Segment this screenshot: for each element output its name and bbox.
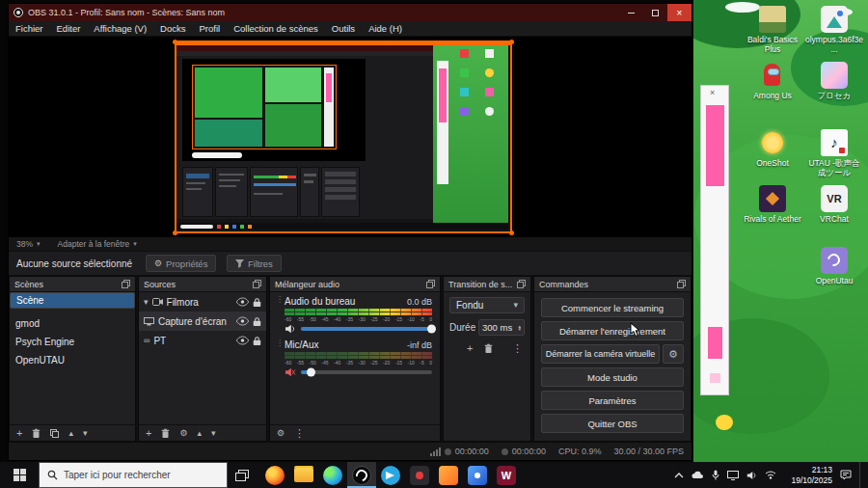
menu-aide[interactable]: Aide (H) bbox=[362, 23, 409, 34]
menu-fichier[interactable]: Fichier bbox=[9, 23, 50, 34]
taskbar-app-edge[interactable] bbox=[318, 462, 347, 488]
move-up-icon[interactable]: ▴ bbox=[198, 429, 203, 438]
taskbar-clock[interactable]: 21:13 19/10/2025 bbox=[784, 465, 832, 485]
slider-knob[interactable] bbox=[427, 325, 436, 334]
screen-capture-source[interactable] bbox=[175, 41, 512, 233]
side-window[interactable]: × bbox=[700, 85, 729, 395]
desktop-icon-among-us[interactable]: Among Us bbox=[744, 62, 801, 101]
source-item[interactable]: ▾ Filmora bbox=[139, 292, 266, 312]
desktop-icon-oneshot[interactable]: OneShot bbox=[744, 129, 801, 169]
properties-button[interactable]: ⚙ Propriétés bbox=[146, 255, 216, 272]
taskbar-app-telegram[interactable] bbox=[376, 462, 405, 488]
start-button[interactable] bbox=[0, 462, 39, 488]
taskbar-app-icon-8[interactable] bbox=[463, 462, 492, 488]
source-item[interactable]: ∞ PT bbox=[139, 331, 266, 350]
start-recording-button[interactable]: Démarrer l'enregistrement bbox=[541, 321, 684, 340]
advanced-audio-gear-icon[interactable]: ⚙ bbox=[277, 429, 285, 438]
lock-icon[interactable] bbox=[253, 336, 261, 346]
desktop-icon-rivals-of-aether[interactable]: Rivals of Aether bbox=[744, 185, 801, 225]
microphone-icon[interactable] bbox=[712, 470, 719, 480]
selection-handle[interactable] bbox=[509, 230, 514, 235]
desktop-icon-baldis-basics[interactable]: Baldi's Basics Plus bbox=[744, 6, 801, 55]
lock-icon[interactable] bbox=[253, 297, 261, 308]
speaker-muted-icon[interactable] bbox=[285, 367, 296, 377]
source-item[interactable]: Capture d'écran bbox=[139, 312, 266, 331]
show-desktop-button[interactable] bbox=[859, 462, 863, 488]
task-view-button[interactable] bbox=[228, 462, 257, 488]
scene-item[interactable]: Scène bbox=[10, 292, 135, 309]
start-virtual-camera-button[interactable]: Démarrer la caméra virtuelle bbox=[541, 344, 660, 364]
transition-select[interactable]: Fondu ▾ bbox=[449, 297, 525, 313]
desktop-icon-openutau[interactable]: OpenUtau bbox=[805, 247, 863, 286]
network-wifi-icon[interactable] bbox=[765, 471, 776, 479]
lock-icon[interactable] bbox=[253, 316, 261, 327]
slider-knob[interactable] bbox=[307, 368, 315, 377]
quit-obs-button[interactable]: Quitter OBS bbox=[541, 414, 684, 433]
desktop-icon-utau[interactable]: ♪ UTAU -歌声合成ツール bbox=[805, 129, 863, 178]
studio-mode-button[interactable]: Mode studio bbox=[541, 367, 684, 387]
popout-icon[interactable] bbox=[253, 280, 261, 288]
maximize-button[interactable] bbox=[643, 4, 667, 21]
minimize-button[interactable] bbox=[619, 4, 643, 21]
mixer-menu-dots-icon[interactable]: ⋮ bbox=[294, 428, 305, 439]
virtual-camera-gear-icon[interactable]: ⚙ bbox=[663, 344, 684, 364]
add-transition-icon[interactable]: + bbox=[467, 343, 473, 354]
zoom-level[interactable]: 38% bbox=[16, 239, 33, 249]
scene-filters-icon[interactable] bbox=[50, 429, 59, 438]
onedrive-cloud-icon[interactable] bbox=[692, 471, 704, 479]
remove-transition-icon[interactable] bbox=[484, 343, 493, 354]
notification-center-icon[interactable] bbox=[840, 470, 852, 480]
menu-profil[interactable]: Profil bbox=[193, 23, 228, 34]
desktop-icon-project-sekai[interactable]: プロセカ bbox=[805, 62, 863, 101]
add-source-icon[interactable]: + bbox=[146, 428, 151, 439]
close-button[interactable]: × bbox=[667, 4, 692, 21]
spin-down-icon[interactable]: ▾ bbox=[518, 328, 521, 331]
scene-item[interactable]: gmod bbox=[10, 314, 135, 333]
add-scene-icon[interactable]: + bbox=[16, 428, 22, 439]
remove-scene-icon[interactable] bbox=[32, 428, 41, 439]
remove-source-icon[interactable] bbox=[161, 428, 170, 439]
start-streaming-button[interactable]: Commencer le streaming bbox=[541, 298, 684, 317]
popout-icon[interactable] bbox=[122, 280, 130, 288]
expand-icon[interactable]: ▾ bbox=[144, 298, 149, 307]
close-icon[interactable]: × bbox=[710, 88, 715, 97]
volume-slider[interactable] bbox=[301, 370, 432, 374]
volume-slider[interactable] bbox=[301, 327, 432, 331]
move-up-icon[interactable]: ▴ bbox=[68, 429, 73, 438]
visibility-eye-icon[interactable] bbox=[236, 316, 249, 326]
selection-handle[interactable] bbox=[509, 40, 514, 44]
visibility-eye-icon[interactable] bbox=[236, 297, 249, 307]
visibility-eye-icon[interactable] bbox=[236, 336, 249, 345]
drag-handle-icon[interactable]: ⋮ bbox=[276, 296, 285, 334]
move-down-icon[interactable]: ▾ bbox=[83, 429, 88, 438]
zoom-fit-mode[interactable]: Adapter à la fenêtre bbox=[58, 239, 130, 249]
duration-value[interactable]: 300 ms bbox=[482, 322, 512, 333]
speaker-icon[interactable] bbox=[285, 324, 296, 334]
scene-item[interactable]: OpenUTAU bbox=[10, 351, 135, 369]
tray-chevron-up-icon[interactable] bbox=[674, 472, 684, 478]
menu-affichage[interactable]: Affichage (V) bbox=[87, 23, 153, 34]
move-down-icon[interactable]: ▾ bbox=[211, 429, 216, 438]
filters-button[interactable]: Filtres bbox=[227, 255, 282, 272]
taskbar-app-icon-7[interactable] bbox=[434, 462, 463, 488]
duration-spinbox[interactable]: 300 ms ▴ ▾ bbox=[478, 319, 525, 336]
menu-outils[interactable]: Outils bbox=[325, 23, 362, 34]
desktop-icon-vrchat[interactable]: VR VRChat bbox=[805, 185, 863, 225]
taskbar-search[interactable] bbox=[39, 462, 228, 488]
taskbar-app-obs[interactable] bbox=[347, 462, 376, 488]
taskbar-app-file-explorer[interactable] bbox=[289, 462, 318, 488]
search-input[interactable] bbox=[64, 470, 208, 480]
popout-icon[interactable] bbox=[517, 280, 526, 288]
settings-button[interactable]: Paramètres bbox=[541, 391, 684, 410]
transition-menu-dots-icon[interactable]: ⋮ bbox=[512, 343, 525, 354]
desktop-icon-olympus[interactable]: olympus.3a6f3e... bbox=[805, 6, 863, 55]
taskbar-app-filmora[interactable]: W bbox=[492, 462, 521, 488]
volume-tray-icon[interactable] bbox=[746, 471, 757, 480]
popout-icon[interactable] bbox=[677, 280, 686, 288]
taskbar-app-firefox[interactable] bbox=[260, 462, 289, 488]
menu-docks[interactable]: Docks bbox=[153, 23, 192, 34]
menu-collection-scenes[interactable]: Collection de scènes bbox=[227, 23, 325, 34]
display-tray-icon[interactable] bbox=[727, 471, 739, 480]
selection-handle[interactable] bbox=[173, 230, 177, 235]
scene-item[interactable]: Psych Engine bbox=[10, 333, 135, 351]
